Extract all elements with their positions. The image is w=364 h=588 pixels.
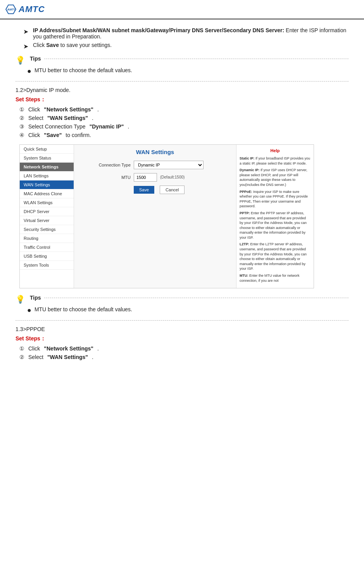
divider-1 <box>16 81 348 82</box>
save-button[interactable]: Save <box>134 186 154 194</box>
step-num-12-4: ④ <box>19 132 24 138</box>
step-12-1-bold: "Network Settings" <box>44 106 93 113</box>
step-12-1-prefix: Click <box>28 106 40 113</box>
help-title: Help <box>240 148 311 154</box>
help-mtu: MTU: Enter the MTU value for network con… <box>240 273 311 283</box>
help-pppoe-term: PPPoE: <box>240 190 252 194</box>
help-l2tp-term: L2TP: <box>240 242 249 246</box>
step-13-1-prefix: Click <box>28 345 40 352</box>
save-bold: Save <box>46 42 59 48</box>
tips-2-section: 💡 Tips <box>16 295 348 304</box>
set-steps-12: Set Steps： <box>16 96 348 103</box>
mtu-input[interactable] <box>134 173 157 182</box>
help-mtu-term: MTU: <box>240 274 248 278</box>
section-12-title: 1.2>Dynamic IP mode. <box>16 87 348 93</box>
section-13-title: 1.3>PPPOE <box>16 326 348 332</box>
main-content: ➤ IP Address/Subnet Mask/WAN subnet mask… <box>0 23 364 366</box>
help-pptp-term: PPTP: <box>240 211 250 215</box>
tips-1-text: MTU better to choose the default values. <box>35 67 132 73</box>
help-l2tp-desc: Enter the L2TP server IP address, userna… <box>240 242 307 271</box>
step-13-2-suffix: . <box>92 354 93 360</box>
connection-type-label: Connection Type <box>80 163 131 167</box>
tips-1-line <box>44 59 348 59</box>
tips-2-label: Tips <box>30 295 41 301</box>
tips-2-line <box>44 298 348 298</box>
tips-1-section: 💡 Tips <box>16 56 348 65</box>
mtu-row: MTU (Default:1500) <box>80 173 230 182</box>
save-text: Click Save to save your settings. <box>33 42 112 48</box>
step-num-13-2: ② <box>19 354 24 360</box>
save-prefix: Click <box>33 42 46 48</box>
sidebar-routing[interactable]: Routing <box>20 234 74 243</box>
sidebar-dhcp-server[interactable]: DHCP Server <box>20 207 74 216</box>
bullet-arrow-1: ➤ <box>23 28 28 35</box>
cancel-button[interactable]: Cancel <box>160 186 185 194</box>
step-12-3-prefix: Select Connection Type <box>28 123 86 130</box>
step-13-2-bold: "WAN Settings" <box>47 354 88 360</box>
divider-2 <box>16 320 348 321</box>
step-12-4-prefix: Click <box>28 132 40 138</box>
sidebar-usb-setting[interactable]: USB Setting <box>20 252 74 261</box>
tips-2-item: ● MTU better to choose the default value… <box>16 306 348 315</box>
step-12-2-bold: "WAN Settings" <box>47 115 88 121</box>
mtu-label: MTU <box>80 175 131 180</box>
help-static-ip: Static IP: If your broadband ISP provide… <box>240 156 311 166</box>
step-12-3-bold: "Dynamic IP" <box>90 123 124 130</box>
step-12-3: ③ Select Connection Type "Dynamic IP". <box>19 123 348 130</box>
sidebar-lan-settings[interactable]: LAN Settings <box>20 172 74 180</box>
sidebar-wan-settings[interactable]: WAN Settings <box>20 180 74 189</box>
logo: AMTC AMTC <box>5 3 45 16</box>
help-static-ip-term: Static IP: <box>240 156 255 160</box>
tips-icon-2: 💡 <box>16 295 25 304</box>
step-12-4: ④ Click "Save" to confirm. <box>19 132 348 138</box>
mtu-hint: (Default:1500) <box>160 175 185 179</box>
sidebar-mac-clone[interactable]: MAC Address Clone <box>20 189 74 198</box>
help-pptp-desc: Enter the PPTP server IP address, userna… <box>240 211 307 239</box>
connection-type-row: Connection Type Dynamic IP Static IP PPP… <box>80 161 230 169</box>
help-dynamic-ip: Dynamic IP: If your ISP uses DHCP server… <box>240 168 311 187</box>
step-12-2: ② Select "WAN Settings". <box>19 115 348 121</box>
help-mtu-desc: Enter the MTU value for network connecti… <box>240 274 300 283</box>
step-13-1-bold: "Network Settings" <box>44 345 93 352</box>
router-sidebar: Quick Setup System Status Network Settin… <box>20 145 74 288</box>
sidebar-security-settings[interactable]: Security Settings <box>20 225 74 234</box>
save-suffix: to save your settings. <box>60 42 112 48</box>
step-num-13-1: ① <box>19 345 24 352</box>
logo-icon: AMTC <box>5 3 17 16</box>
step-num-12-2: ② <box>19 115 24 121</box>
step-12-4-suffix: to confirm. <box>66 132 91 138</box>
form-buttons: Save Cancel <box>80 186 230 194</box>
tips-1-label: Tips <box>30 56 41 62</box>
router-form-area: WAN Settings Connection Type Dynamic IP … <box>74 145 236 288</box>
page-header: AMTC AMTC <box>0 0 364 19</box>
set-steps-13: Set Steps： <box>16 335 348 342</box>
tips-2-text: MTU better to choose the default values. <box>35 306 132 312</box>
router-main-title: WAN Settings <box>80 149 230 155</box>
ip-address-bullet: ➤ IP Address/Subnet Mask/WAN subnet mask… <box>16 27 348 40</box>
connection-type-select[interactable]: Dynamic IP Static IP PPPoE PPTP L2TP <box>134 161 204 169</box>
step-12-2-suffix: . <box>92 115 93 121</box>
step-13-2-prefix: Select <box>28 354 43 360</box>
step-13-1-suffix: . <box>97 345 99 352</box>
bullet-arrow-2: ➤ <box>23 43 28 50</box>
step-num-12-3: ③ <box>19 123 24 130</box>
step-num-12-1: ① <box>19 106 24 113</box>
ip-address-text: IP Address/Subnet Mask/WAN subnet mask/G… <box>33 27 348 40</box>
save-bullet: ➤ Click Save to save your settings. <box>16 42 348 50</box>
sidebar-quick-setup[interactable]: Quick Setup <box>20 145 74 154</box>
help-dynamic-ip-term: Dynamic IP: <box>240 168 260 172</box>
tips-dot-2: ● <box>27 306 31 315</box>
sidebar-system-status[interactable]: System Status <box>20 154 74 163</box>
tips-icon-1: 💡 <box>16 56 25 65</box>
sidebar-network-settings[interactable]: Network Settings <box>20 163 74 172</box>
step-12-1: ① Click "Network Settings". <box>19 106 348 113</box>
step-13-2: ② Select "WAN Settings". <box>19 354 348 360</box>
step-12-4-bold: "Save" <box>44 132 62 138</box>
ip-label-bold: IP Address/Subnet Mask/WAN subnet mask/G… <box>33 27 284 33</box>
sidebar-system-tools[interactable]: System Tools <box>20 261 74 270</box>
router-help-panel: Help Static IP: If your broadband ISP pr… <box>236 145 314 288</box>
sidebar-traffic-control[interactable]: Traffic Control <box>20 243 74 252</box>
sidebar-wlan-settings[interactable]: WLAN Settings <box>20 198 74 207</box>
step-12-3-suffix: . <box>128 123 129 130</box>
sidebar-virtual-server[interactable]: Virtual Server <box>20 216 74 225</box>
